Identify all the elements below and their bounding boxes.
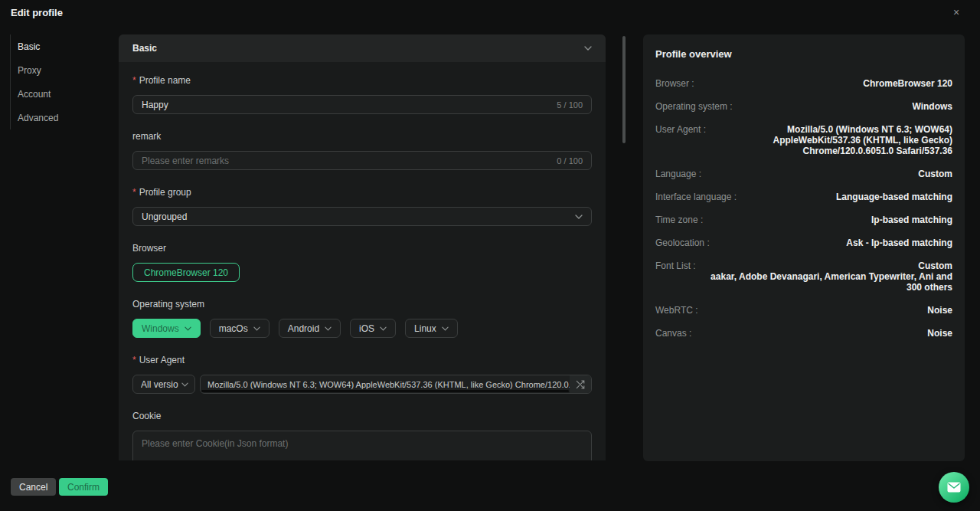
profile-group-value: Ungrouped: [142, 211, 575, 222]
chevron-down-icon: [575, 215, 583, 219]
basic-section-card: Basic * Profile name Happy 5 / 100: [119, 34, 606, 460]
support-chat-button[interactable]: [939, 472, 969, 503]
profile-name-counter: 5 / 100: [557, 100, 583, 110]
basic-section-title: Basic: [132, 43, 157, 54]
required-asterisk: *: [132, 75, 136, 86]
browser-chip[interactable]: ChromeBrowser 120: [132, 263, 240, 282]
overview-row-geolocation: Geolocation : Ask - Ip-based matching: [655, 237, 952, 248]
chevron-down-icon: [325, 326, 332, 331]
shuffle-icon: [576, 380, 585, 389]
sidebar-item-advanced[interactable]: Advanced: [18, 106, 81, 129]
remark-label: remark: [132, 131, 161, 142]
profile-group-label: Profile group: [139, 187, 191, 198]
chevron-down-icon: [442, 326, 449, 331]
overview-row-user-agent: User Agent : Mozilla/5.0 (Windows NT 6.3…: [655, 124, 952, 156]
profile-name-group: * Profile name Happy 5 / 100: [132, 75, 592, 114]
os-options: Windows macOs Android iOS: [132, 319, 592, 338]
cancel-button[interactable]: Cancel: [11, 478, 56, 496]
form-vertical-scrollbar[interactable]: [622, 36, 626, 143]
ua-horizontal-scrollbar[interactable]: [201, 390, 569, 392]
remark-counter: 0 / 100: [557, 156, 583, 165]
user-agent-group: * User Agent All versio... Mozilla/5.0 (…: [132, 355, 592, 394]
os-button-linux[interactable]: Linux: [405, 319, 458, 338]
basic-section-body: * Profile name Happy 5 / 100 remark Plea…: [119, 62, 606, 460]
sidebar-item-basic[interactable]: Basic: [18, 34, 81, 58]
profile-name-value: Happy: [142, 100, 549, 110]
overview-title: Profile overview: [655, 48, 952, 60]
chevron-down-icon: [185, 326, 191, 331]
confirm-button[interactable]: Confirm: [59, 478, 108, 496]
sidebar: Basic Proxy Account Advanced: [10, 34, 81, 129]
randomize-ua-button[interactable]: [570, 375, 591, 393]
chevron-down-icon: [253, 326, 260, 331]
overview-row-os: Operating system : Windows: [655, 101, 952, 112]
cookie-label: Cookie: [132, 411, 161, 421]
overview-row-interface-language: Interface language : Language-based matc…: [655, 192, 952, 202]
user-agent-input[interactable]: Mozilla/5.0 (Windows NT 6.3; WOW64) Appl…: [200, 375, 592, 394]
browser-label: Browser: [132, 243, 166, 254]
sidebar-item-proxy[interactable]: Proxy: [18, 58, 81, 82]
page-title: Edit profile: [11, 7, 63, 18]
os-button-windows[interactable]: Windows: [132, 319, 201, 338]
overview-row-font-list: Font List : Custom aakar, Adobe Devanaga…: [655, 260, 952, 293]
profile-name-input[interactable]: Happy 5 / 100: [132, 95, 592, 114]
remark-input[interactable]: Please enter remarks 0 / 100: [132, 151, 592, 170]
profile-overview-panel: Profile overview Browser : ChromeBrowser…: [643, 34, 965, 461]
cookie-group: Cookie Please enter Cookie(in Json forma…: [132, 411, 592, 460]
overview-row-browser: Browser : ChromeBrowser 120: [655, 78, 952, 89]
overview-row-webrtc: WebRTC : Noise: [655, 305, 952, 316]
basic-section-header[interactable]: Basic: [119, 34, 606, 62]
required-asterisk: *: [132, 355, 136, 365]
os-button-macos[interactable]: macOs: [210, 319, 270, 338]
close-icon[interactable]: ×: [949, 5, 963, 19]
required-asterisk: *: [132, 187, 136, 198]
ua-version-select[interactable]: All versio...: [132, 375, 195, 394]
browser-group: Browser ChromeBrowser 120: [132, 243, 592, 282]
profile-group-group: * Profile group Ungrouped: [132, 187, 592, 226]
chevron-down-icon: [584, 46, 592, 51]
sidebar-item-account[interactable]: Account: [18, 82, 81, 106]
edit-profile-dialog: Edit profile × Basic Proxy Account Advan…: [0, 0, 980, 511]
remark-placeholder: Please enter remarks: [142, 156, 549, 166]
os-group: Operating system Windows macOs Android: [132, 299, 592, 338]
os-label: Operating system: [132, 299, 204, 310]
overview-row-time-zone: Time zone : Ip-based matching: [655, 215, 952, 225]
chevron-down-icon: [181, 382, 188, 387]
cookie-textarea[interactable]: Please enter Cookie(in Json format): [132, 431, 592, 460]
cookie-placeholder: Please enter Cookie(in Json format): [142, 438, 288, 449]
ua-version-value: All versio...: [141, 379, 178, 390]
chevron-down-icon: [380, 326, 387, 331]
envelope-icon: [947, 482, 961, 493]
overview-row-canvas: Canvas : Noise: [655, 328, 952, 339]
os-button-android[interactable]: Android: [279, 319, 341, 338]
remark-group: remark Please enter remarks 0 / 100: [132, 131, 592, 170]
profile-name-label: Profile name: [139, 75, 191, 86]
user-agent-label: User Agent: [139, 355, 185, 365]
profile-group-select[interactable]: Ungrouped: [132, 207, 592, 226]
os-button-ios[interactable]: iOS: [350, 319, 396, 338]
form-scroll-area: Basic * Profile name Happy 5 / 100: [119, 34, 606, 460]
overview-row-language: Language : Custom: [655, 169, 952, 179]
